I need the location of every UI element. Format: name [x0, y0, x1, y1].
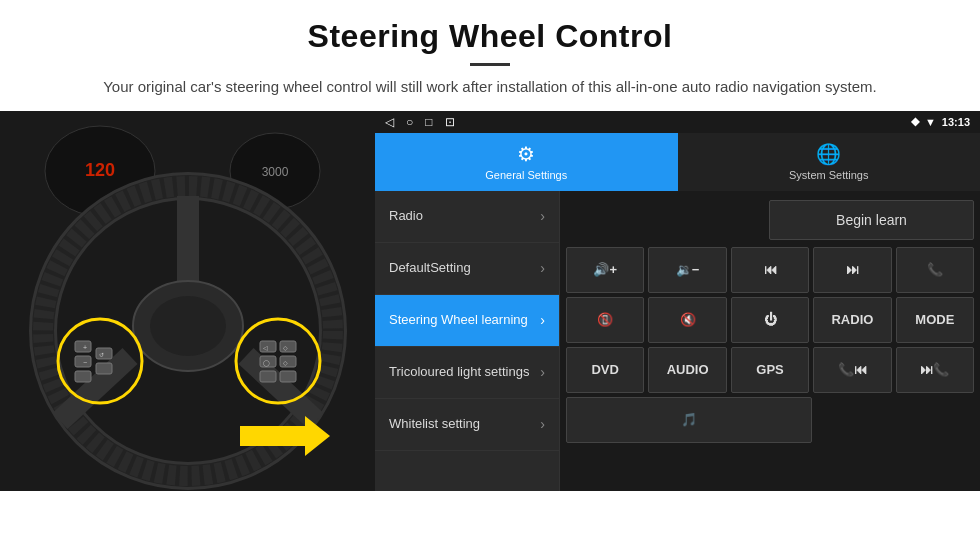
mute-button[interactable]: 🔇	[648, 297, 726, 343]
menu-tricoloured-label: Tricoloured light settings	[389, 364, 529, 381]
media-icon: 🎵	[681, 412, 697, 427]
phone-icon: 📞	[927, 262, 943, 277]
svg-text:◇: ◇	[283, 345, 288, 351]
recents-icon[interactable]: □	[425, 115, 432, 129]
audio-button[interactable]: AUDIO	[648, 347, 726, 393]
vol-down-button[interactable]: 🔉−	[648, 247, 726, 293]
menu-items-list: Radio › DefaultSetting › Steering Wheel …	[375, 191, 560, 491]
tab-system[interactable]: 🌐 System Settings	[678, 133, 981, 191]
tel-prev-icon: 📞⏮	[838, 362, 867, 377]
system-settings-icon: 🌐	[816, 142, 841, 166]
chevron-icon-whitelist: ›	[540, 416, 545, 432]
svg-text:3000: 3000	[262, 165, 289, 179]
tab-system-label: System Settings	[789, 169, 868, 181]
chevron-icon-radio: ›	[540, 208, 545, 224]
audio-label: AUDIO	[667, 362, 709, 377]
menu-item-tricoloured[interactable]: Tricoloured light settings ›	[375, 347, 559, 399]
hangup-button[interactable]: 📵	[566, 297, 644, 343]
menu-item-default[interactable]: DefaultSetting ›	[375, 243, 559, 295]
svg-text:◇: ◇	[283, 360, 288, 366]
status-icons: ◁ ○ □ ⊡	[385, 115, 455, 129]
svg-text:120: 120	[85, 160, 115, 180]
menu-steering-label: Steering Wheel learning	[389, 312, 528, 329]
gps-label: GPS	[756, 362, 783, 377]
menu-item-whitelist[interactable]: Whitelist setting ›	[375, 399, 559, 451]
tab-general[interactable]: ⚙ General Settings	[375, 133, 678, 191]
status-bar: ◁ ○ □ ⊡ ◆ ▼ 13:13	[375, 111, 980, 133]
vol-up-button[interactable]: 🔊+	[566, 247, 644, 293]
location-icon: ◆	[911, 115, 919, 128]
tel-next-button[interactable]: ⏭📞	[896, 347, 974, 393]
next-track-icon: ⏭	[846, 262, 859, 277]
prev-track-icon: ⏮	[764, 262, 777, 277]
mode-button[interactable]: MODE	[896, 297, 974, 343]
mode-label: MODE	[915, 312, 954, 327]
control-row-2: 📵 🔇 ⏻ RADIO MODE	[566, 297, 974, 343]
menu-item-steering[interactable]: Steering Wheel learning ›	[375, 295, 559, 347]
power-button[interactable]: ⏻	[731, 297, 809, 343]
chevron-icon-steering: ›	[540, 312, 545, 328]
gps-button[interactable]: GPS	[731, 347, 809, 393]
power-icon: ⏻	[764, 312, 777, 327]
begin-learn-button[interactable]: Begin learn	[769, 200, 974, 240]
dvd-button[interactable]: DVD	[566, 347, 644, 393]
phone-button[interactable]: 📞	[896, 247, 974, 293]
control-row-1: 🔊+ 🔉− ⏮ ⏭ 📞	[566, 247, 974, 293]
svg-text:+: +	[83, 344, 87, 351]
vol-up-icon: 🔊+	[593, 262, 617, 277]
tel-next-icon: ⏭📞	[920, 362, 949, 377]
title-divider	[470, 63, 510, 66]
tel-prev-button[interactable]: 📞⏮	[813, 347, 891, 393]
svg-text:−: −	[83, 359, 87, 366]
chevron-icon-tricoloured: ›	[540, 364, 545, 380]
mute-icon: 🔇	[680, 312, 696, 327]
menu-item-radio[interactable]: Radio ›	[375, 191, 559, 243]
tab-general-label: General Settings	[485, 169, 567, 181]
content-area: 120 3000 + − ↺	[0, 111, 980, 491]
begin-learn-row: Begin learn	[566, 197, 974, 243]
menu-whitelist-label: Whitelist setting	[389, 416, 480, 433]
header-section: Steering Wheel Control Your original car…	[0, 0, 980, 111]
svg-rect-27	[260, 371, 276, 382]
svg-rect-18	[96, 363, 112, 374]
general-settings-icon: ⚙	[517, 142, 535, 166]
menu-default-label: DefaultSetting	[389, 260, 471, 277]
radio-label: RADIO	[831, 312, 873, 327]
menu-radio-label: Radio	[389, 208, 423, 225]
signal-icon: ▼	[925, 116, 936, 128]
button-panel: Begin learn 🔊+ 🔉− ⏮ ⏭	[560, 191, 980, 491]
vol-down-icon: 🔉−	[676, 262, 700, 277]
control-row-3: DVD AUDIO GPS 📞⏮ ⏭📞	[566, 347, 974, 393]
home-icon[interactable]: ○	[406, 115, 413, 129]
svg-text:↺: ↺	[99, 352, 104, 358]
page-title: Steering Wheel Control	[60, 18, 920, 55]
media-button[interactable]: 🎵	[566, 397, 812, 443]
svg-rect-16	[75, 371, 91, 382]
prev-track-button[interactable]: ⏮	[731, 247, 809, 293]
hangup-icon: 📵	[597, 312, 613, 327]
menu-icon[interactable]: ⊡	[445, 115, 455, 129]
svg-text:◁: ◁	[263, 345, 268, 351]
tab-bar: ⚙ General Settings 🌐 System Settings	[375, 133, 980, 191]
status-time: 13:13	[942, 116, 970, 128]
next-track-button[interactable]: ⏭	[813, 247, 891, 293]
menu-list: Radio › DefaultSetting › Steering Wheel …	[375, 191, 980, 491]
status-right: ◆ ▼ 13:13	[911, 115, 970, 128]
control-row-4: 🎵	[566, 397, 974, 443]
back-icon[interactable]: ◁	[385, 115, 394, 129]
svg-text:◯: ◯	[263, 360, 270, 367]
steering-wheel-image: 120 3000 + − ↺	[0, 111, 375, 491]
steering-wheel-panel: 120 3000 + − ↺	[0, 111, 375, 491]
head-unit: ◁ ○ □ ⊡ ◆ ▼ 13:13 ⚙ General Settings 🌐 S…	[375, 111, 980, 491]
page-subtitle: Your original car's steering wheel contr…	[60, 76, 920, 99]
svg-point-12	[150, 296, 226, 356]
svg-rect-28	[280, 371, 296, 382]
dvd-label: DVD	[591, 362, 618, 377]
radio-button[interactable]: RADIO	[813, 297, 891, 343]
chevron-icon-default: ›	[540, 260, 545, 276]
